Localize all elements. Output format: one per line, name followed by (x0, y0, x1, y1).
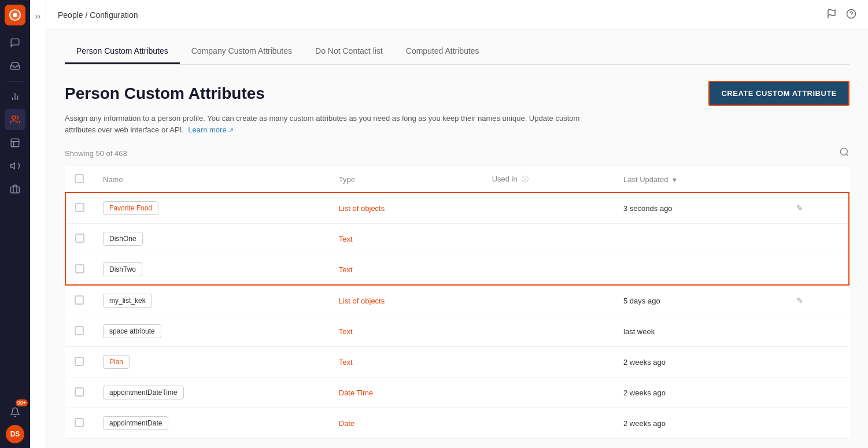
edit-icon[interactable]: ✎ (796, 203, 803, 213)
table-search-button[interactable] (839, 147, 849, 160)
row-checkbox-cell (65, 316, 94, 347)
breadcrumb-current: Configuration (90, 10, 138, 20)
attribute-type: Text (339, 265, 353, 274)
row-name-cell: DishOne (94, 224, 330, 254)
row-name-cell: space attribute (94, 316, 330, 347)
nav-campaigns-icon[interactable] (5, 155, 25, 176)
svg-rect-6 (11, 139, 19, 147)
row-checkbox[interactable] (75, 203, 84, 212)
row-checkbox[interactable] (75, 387, 84, 397)
row-checkbox-cell (65, 192, 94, 224)
row-lastupdated-cell: last week (614, 316, 787, 347)
row-checkbox-cell (65, 377, 94, 408)
table-row: DishOne Text (65, 224, 849, 254)
row-checkbox[interactable] (75, 357, 84, 366)
attribute-last-updated: last week (623, 327, 655, 336)
attribute-name-badge[interactable]: space attribute (103, 324, 161, 338)
breadcrumb-parent[interactable]: People (58, 10, 83, 20)
svg-point-14 (840, 148, 847, 155)
row-checkbox[interactable] (75, 418, 84, 427)
row-type-cell: Text (330, 316, 483, 347)
attribute-type: List of objects (339, 297, 385, 305)
help-icon[interactable] (846, 9, 856, 21)
nav-inbox-icon[interactable] (5, 55, 25, 76)
row-checkbox[interactable] (75, 326, 84, 335)
row-checkbox[interactable] (75, 295, 84, 305)
attribute-last-updated: 2 weeks ago (623, 388, 666, 397)
sidebar-toggle-button[interactable]: ›› (30, 0, 46, 448)
row-type-cell: Date Time (330, 377, 483, 408)
tab-person-custom-attributes[interactable]: Person Custom Attributes (65, 39, 180, 64)
row-usedin-cell (483, 408, 614, 439)
sort-icon: ▼ (671, 176, 678, 183)
attribute-name-badge[interactable]: DishOne (103, 232, 143, 246)
table-row: appointmentDateTime Date Time 2 weeks ag… (65, 377, 849, 408)
attribute-name-badge[interactable]: Plan (103, 355, 130, 369)
attributes-table: Name Type Used in ⓘ Last Updated ▼ (65, 167, 849, 439)
nav-templates-icon[interactable] (5, 132, 25, 153)
tab-bar: Person Custom Attributes Company Custom … (65, 30, 849, 65)
attribute-type: List of objects (339, 204, 385, 213)
select-all-checkbox[interactable] (75, 174, 84, 183)
tab-company-custom-attributes[interactable]: Company Custom Attributes (180, 39, 304, 64)
edit-icon[interactable]: ✎ (796, 296, 803, 305)
row-type-cell: Text (330, 347, 483, 377)
notification-badge: 99+ (16, 399, 28, 406)
nav-divider-1 (6, 81, 24, 82)
tab-do-not-contact[interactable]: Do Not Contact list (304, 39, 394, 64)
row-checkbox-cell (65, 285, 94, 316)
user-avatar[interactable]: DS (6, 425, 24, 443)
svg-point-5 (12, 116, 16, 119)
nav-conversations-icon[interactable] (5, 32, 25, 53)
col-lastupdated-header[interactable]: Last Updated ▼ (614, 167, 787, 192)
nav-contacts-icon[interactable] (5, 109, 25, 130)
nav-integrations-icon[interactable] (5, 179, 25, 199)
row-usedin-cell (483, 192, 614, 224)
attribute-last-updated: 2 weeks ago (623, 358, 666, 366)
tab-computed-attributes[interactable]: Computed Attributes (394, 39, 491, 64)
attribute-name-badge[interactable]: appointmentDate (103, 416, 168, 430)
row-usedin-cell (483, 285, 614, 316)
used-in-info-icon[interactable]: ⓘ (522, 175, 529, 183)
page-content: Person Custom Attributes Company Custom … (46, 30, 868, 448)
row-lastupdated-cell: 2 weeks ago (614, 347, 787, 377)
attribute-type: Text (339, 327, 353, 336)
nav-notifications-icon[interactable]: 99+ (5, 402, 25, 423)
attribute-type: Text (339, 358, 353, 366)
page-title: Person Custom Attributes (65, 84, 265, 103)
row-action-cell (787, 224, 849, 254)
create-custom-attribute-button[interactable]: CREATE CUSTOM ATTRIBUTE (708, 81, 849, 106)
external-link-icon: ↗ (228, 127, 234, 134)
attribute-name-badge[interactable]: DishTwo (103, 262, 142, 276)
row-lastupdated-cell (614, 254, 787, 286)
col-name-header: Name (94, 167, 330, 192)
row-checkbox-cell (65, 347, 94, 377)
row-usedin-cell (483, 224, 614, 254)
row-checkbox-cell (65, 254, 94, 286)
attribute-name-badge[interactable]: my_list_kek (103, 294, 152, 308)
row-usedin-cell (483, 316, 614, 347)
nav-reports-icon[interactable] (5, 86, 25, 107)
attribute-name-badge[interactable]: Favorite Food (103, 201, 158, 215)
row-type-cell: Date (330, 408, 483, 439)
table-meta-row: Showing 50 of 463 (65, 147, 849, 160)
col-type-header: Type (330, 167, 483, 192)
page-description: Assign any information to a person profi… (65, 113, 585, 135)
attribute-name-badge[interactable]: appointmentDateTime (103, 386, 184, 399)
learn-more-link[interactable]: Learn more (188, 125, 226, 134)
left-navigation: 99+ DS (0, 0, 30, 448)
svg-rect-10 (11, 187, 20, 193)
app-logo[interactable] (5, 5, 25, 25)
row-action-cell: ✎ (787, 285, 849, 316)
row-type-cell: List of objects (330, 285, 483, 316)
row-checkbox[interactable] (75, 234, 84, 243)
svg-line-15 (846, 154, 848, 155)
attribute-type: Date Time (339, 388, 373, 397)
attribute-type: Text (339, 235, 353, 243)
row-checkbox[interactable] (75, 264, 84, 273)
row-action-cell (787, 316, 849, 347)
table-row: DishTwo Text (65, 254, 849, 286)
row-usedin-cell (483, 377, 614, 408)
page-header: Person Custom Attributes CREATE CUSTOM A… (65, 81, 849, 106)
flag-icon[interactable] (826, 9, 837, 21)
